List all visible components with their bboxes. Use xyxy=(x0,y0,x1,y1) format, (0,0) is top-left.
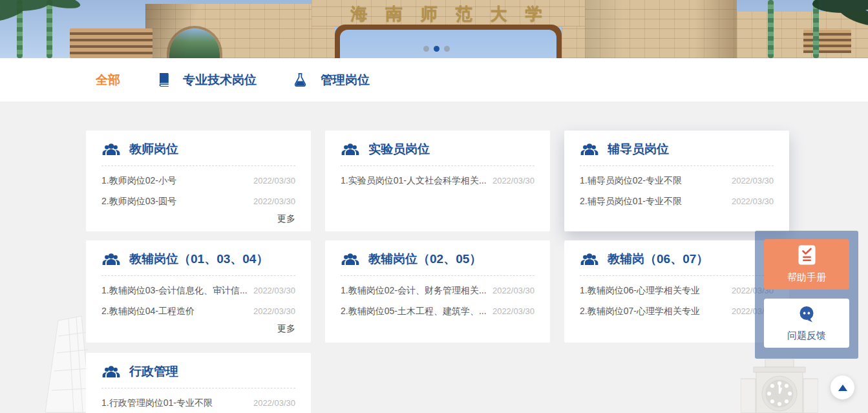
card-header: 行政管理 xyxy=(101,353,295,388)
job-title[interactable]: 2.辅导员岗位01-专业不限 xyxy=(580,195,682,207)
job-date: 2022/03/30 xyxy=(253,196,295,207)
gate-left-column xyxy=(312,26,335,58)
job-category-card-support-1[interactable]: 教辅岗位（01、03、04） 1.教辅岗位03-会计信息化、审计信... 202… xyxy=(86,240,311,343)
help-manual-button[interactable]: 帮助手册 xyxy=(764,239,849,290)
card-title: 教辅岗位（01、03、04） xyxy=(129,251,268,268)
users-icon xyxy=(580,143,599,156)
job-category-card-counselor[interactable]: 辅导员岗位 1.辅导员岗位02-专业不限 2022/03/30 2.辅导员岗位0… xyxy=(564,131,789,231)
job-list-item[interactable]: 1.教辅岗位03-会计信息化、审计信... 2022/03/30 xyxy=(101,284,295,297)
dashed-divider xyxy=(341,275,535,276)
feedback-button[interactable]: 问题反馈 xyxy=(764,299,849,348)
dashed-divider xyxy=(580,275,774,276)
users-icon xyxy=(341,253,360,266)
flask-icon xyxy=(294,73,306,87)
dashed-divider xyxy=(101,165,295,166)
carousel-dot-active[interactable] xyxy=(434,46,439,52)
job-list-item[interactable]: 2.教辅岗位07-心理学相关专业 2022/03/30 xyxy=(580,305,774,317)
job-title[interactable]: 1.教辅岗位06-心理学相关专业 xyxy=(580,284,700,296)
job-title[interactable]: 1.教师岗位02-小号 xyxy=(101,175,176,186)
job-title[interactable]: 2.教辅岗位04-工程造价 xyxy=(101,305,195,317)
tab-management[interactable]: 管理岗位 xyxy=(294,72,370,89)
job-date: 2022/03/30 xyxy=(253,175,295,187)
job-date: 2022/03/30 xyxy=(253,306,295,317)
palm-fronds xyxy=(798,0,868,26)
job-title[interactable]: 1.教辅岗位02-会计、财务管理相关... xyxy=(341,284,486,296)
card-header: 教辅岗位（01、03、04） xyxy=(101,240,295,275)
university-name-calligraphy: 海南师范大学 xyxy=(312,3,585,25)
job-list-item[interactable]: 1.辅导员岗位02-专业不限 2022/03/30 xyxy=(580,175,774,187)
card-header: 教师岗位 xyxy=(101,131,295,165)
job-category-card-teachers[interactable]: 教师岗位 1.教师岗位02-小号 2022/03/30 2.教师岗位03-圆号 … xyxy=(86,131,311,231)
dashed-divider xyxy=(101,388,295,388)
card-title: 实验员岗位 xyxy=(368,141,430,158)
job-list-item[interactable]: 1.教辅岗位02-会计、财务管理相关... 2022/03/30 xyxy=(341,284,535,297)
gate-left-slabs xyxy=(70,28,153,58)
hero-carousel-banner[interactable]: 海南师范大学 xyxy=(0,0,868,58)
job-title[interactable]: 1.行政管理岗位01-专业不限 xyxy=(101,397,213,408)
job-date: 2022/03/30 xyxy=(253,397,295,409)
users-icon xyxy=(101,143,121,156)
job-list-item[interactable]: 1.实验员岗位01-人文社会科学相关... 2022/03/30 xyxy=(341,175,535,187)
job-category-card-lab[interactable]: 实验员岗位 1.实验员岗位01-人文社会科学相关... 2022/03/30 xyxy=(325,131,550,231)
users-icon xyxy=(341,143,360,156)
card-header: 教辅岗（06、07） xyxy=(580,240,774,275)
tab-all[interactable]: 全部 xyxy=(96,72,120,89)
job-list-item[interactable]: 2.辅导员岗位01-专业不限 2022/03/30 xyxy=(580,195,774,207)
job-category-card-admin[interactable]: 行政管理 1.行政管理岗位01-专业不限 2022/03/30 xyxy=(86,353,311,413)
floating-help-widget: 帮助手册 问题反馈 xyxy=(755,231,858,359)
job-title[interactable]: 1.辅导员岗位02-专业不限 xyxy=(580,175,682,186)
users-icon xyxy=(101,365,121,379)
card-title: 教辅岗位（02、05） xyxy=(368,251,482,268)
job-date: 2022/03/30 xyxy=(732,196,774,207)
job-list-item[interactable]: 1.教辅岗位06-心理学相关专业 2022/03/30 xyxy=(580,284,774,297)
dashed-divider xyxy=(101,275,295,276)
tab-label: 全部 xyxy=(96,72,120,89)
tab-label: 管理岗位 xyxy=(321,72,370,89)
card-title: 教辅岗（06、07） xyxy=(608,251,708,268)
palm-trunk xyxy=(768,0,774,58)
back-to-top-button[interactable] xyxy=(831,376,854,399)
up-arrow-icon xyxy=(838,382,847,394)
category-tab-bar: 全部 专业技术岗位 管理岗位 xyxy=(0,58,868,101)
job-title[interactable]: 2.教辅岗位05-土木工程、建筑学、... xyxy=(341,305,486,317)
recruitment-portal-page: { "banner": { "university_name": "海南师范大学… xyxy=(0,0,868,413)
job-title[interactable]: 2.教师岗位03-圆号 xyxy=(101,195,176,207)
more-link[interactable]: 更多 xyxy=(101,213,295,225)
carousel-dot[interactable] xyxy=(444,46,450,52)
carousel-dot[interactable] xyxy=(423,46,429,52)
gate-right-pillar xyxy=(585,0,737,58)
job-category-card-support-2[interactable]: 教辅岗位（02、05） 1.教辅岗位02-会计、财务管理相关... 2022/0… xyxy=(325,240,550,343)
job-date: 2022/03/30 xyxy=(492,285,535,297)
gate-opening-sky xyxy=(340,30,556,58)
users-icon xyxy=(101,253,121,266)
tab-label: 专业技术岗位 xyxy=(183,72,257,89)
job-list-item[interactable]: 2.教师岗位03-圆号 2022/03/30 xyxy=(101,195,295,207)
job-date: 2022/03/30 xyxy=(732,175,774,187)
job-date: 2022/03/30 xyxy=(492,306,535,317)
job-date: 2022/03/30 xyxy=(492,175,535,187)
card-title: 行政管理 xyxy=(129,363,178,380)
card-header: 教辅岗位（02、05） xyxy=(341,240,535,275)
feedback-label: 问题反馈 xyxy=(787,330,826,342)
help-manual-label: 帮助手册 xyxy=(787,271,826,284)
job-title[interactable]: 2.教辅岗位07-心理学相关专业 xyxy=(580,305,700,317)
card-header: 辅导员岗位 xyxy=(580,131,774,165)
gate-right-slats xyxy=(803,30,851,53)
job-list-item[interactable]: 2.教辅岗位04-工程造价 2022/03/30 xyxy=(101,305,295,317)
job-list-item[interactable]: 1.教师岗位02-小号 2022/03/30 xyxy=(101,175,295,187)
gate-wall-shadow xyxy=(145,4,204,58)
card-title: 辅导员岗位 xyxy=(608,141,669,158)
job-list-item[interactable]: 1.行政管理岗位01-专业不限 2022/03/30 xyxy=(101,397,295,409)
job-title[interactable]: 1.教辅岗位03-会计信息化、审计信... xyxy=(101,284,247,296)
card-header: 实验员岗位 xyxy=(341,131,535,165)
job-list-item[interactable]: 2.教辅岗位05-土木工程、建筑学、... 2022/03/30 xyxy=(341,305,535,317)
dashed-divider xyxy=(341,165,535,166)
job-title[interactable]: 1.实验员岗位01-人文社会科学相关... xyxy=(341,175,486,186)
dashed-divider xyxy=(580,165,774,166)
more-link[interactable]: 更多 xyxy=(101,323,295,335)
card-title: 教师岗位 xyxy=(129,141,178,158)
page-content: 海南师范大学 全部 xyxy=(0,0,868,413)
tab-professional-technical[interactable]: 专业技术岗位 xyxy=(158,72,257,89)
palm-fronds xyxy=(0,0,90,23)
carousel-dots xyxy=(423,46,450,52)
